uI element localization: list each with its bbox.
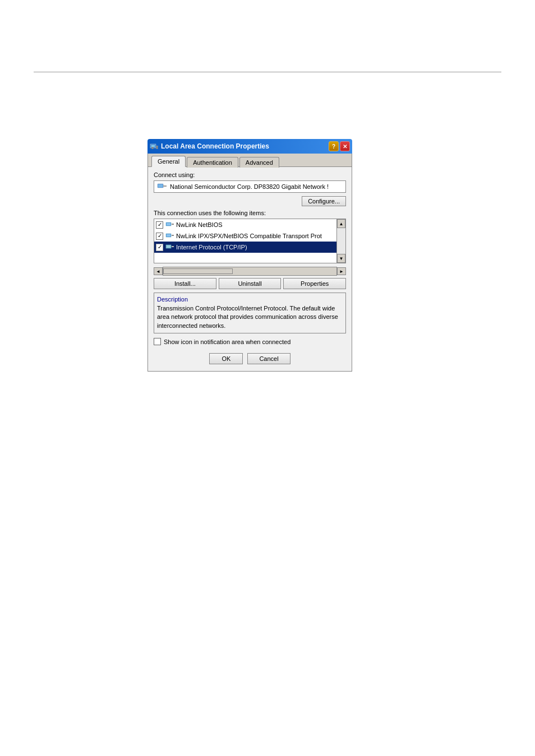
description-label: Description bbox=[157, 296, 343, 303]
adapter-name: National Semiconductor Corp. DP83820 Gig… bbox=[170, 183, 343, 190]
svg-rect-17 bbox=[172, 246, 174, 247]
cancel-button[interactable]: Cancel bbox=[247, 353, 290, 364]
svg-rect-14 bbox=[172, 235, 174, 236]
notification-checkbox[interactable] bbox=[154, 338, 161, 345]
svg-rect-6 bbox=[158, 184, 163, 187]
horizontal-scrollbar[interactable] bbox=[163, 267, 337, 276]
page-divider bbox=[34, 72, 501, 72]
title-bar: Local Area Connection Properties ? ✕ bbox=[147, 139, 352, 154]
notification-row[interactable]: Show icon in notification area when conn… bbox=[154, 338, 346, 345]
dialog-local-area-connection-properties: Local Area Connection Properties ? ✕ Gen… bbox=[147, 139, 352, 372]
list-item-selected[interactable]: Internet Protocol (TCP/IP) bbox=[154, 242, 345, 253]
scroll-down-button[interactable]: ▼ bbox=[337, 254, 345, 263]
horizontal-scrollbar-row: ◄ ► bbox=[154, 267, 346, 276]
svg-rect-2 bbox=[156, 146, 158, 147]
network-icon-2 bbox=[165, 232, 174, 240]
item-label-netbios: NwLink NetBIOS bbox=[176, 221, 223, 228]
connect-using-label: Connect using: bbox=[154, 171, 346, 178]
dialog-title: Local Area Connection Properties bbox=[161, 142, 329, 150]
tab-general[interactable]: General bbox=[151, 156, 186, 167]
vertical-scrollbar[interactable]: ▲ ▼ bbox=[336, 219, 345, 263]
items-label: This connection uses the following items… bbox=[154, 210, 346, 216]
title-bar-icon bbox=[150, 142, 159, 151]
scroll-thumb bbox=[163, 268, 233, 274]
title-bar-buttons: ? ✕ bbox=[329, 141, 350, 151]
help-button[interactable]: ? bbox=[329, 141, 339, 151]
properties-button[interactable]: Properties bbox=[283, 278, 346, 289]
scroll-right-button[interactable]: ► bbox=[337, 267, 346, 275]
svg-rect-1 bbox=[151, 145, 155, 147]
svg-point-3 bbox=[156, 147, 158, 149]
adapter-row: National Semiconductor Corp. DP83820 Gig… bbox=[154, 180, 346, 193]
svg-rect-13 bbox=[167, 234, 170, 236]
checkbox-nwlink-ipx[interactable] bbox=[156, 233, 163, 240]
dialog-body: General Authentication Advanced Connect … bbox=[147, 154, 352, 372]
list-item[interactable]: NwLink IPX/SPX/NetBIOS Compatible Transp… bbox=[154, 230, 345, 242]
description-box: Description Transmission Control Protoco… bbox=[154, 293, 346, 333]
tab-bar: General Authentication Advanced bbox=[148, 154, 352, 167]
configure-row: Configure... bbox=[154, 196, 346, 206]
scroll-track bbox=[337, 228, 345, 254]
action-buttons: Install... Uninstall Properties bbox=[154, 278, 346, 289]
svg-rect-10 bbox=[167, 223, 170, 225]
scroll-up-button[interactable]: ▲ bbox=[337, 219, 345, 228]
items-list: NwLink NetBIOS NwLink IPX/SPX/NetBIOS Co… bbox=[154, 219, 346, 263]
close-button[interactable]: ✕ bbox=[340, 141, 350, 151]
svg-point-4 bbox=[151, 147, 154, 149]
description-text: Transmission Control Protocol/Internet P… bbox=[157, 304, 343, 330]
network-icon bbox=[165, 221, 174, 229]
scroll-left-button[interactable]: ◄ bbox=[154, 267, 163, 275]
tab-advanced[interactable]: Advanced bbox=[239, 157, 279, 168]
svg-rect-11 bbox=[172, 224, 174, 225]
ok-button[interactable]: OK bbox=[209, 353, 243, 364]
list-item[interactable]: NwLink NetBIOS bbox=[154, 219, 345, 230]
adapter-icon bbox=[157, 183, 167, 191]
svg-rect-8 bbox=[163, 185, 164, 187]
checkbox-tcp-ip[interactable] bbox=[156, 244, 163, 251]
checkbox-nwlink-netbios[interactable] bbox=[156, 221, 163, 229]
tab-authentication[interactable]: Authentication bbox=[187, 157, 238, 168]
tab-content-general: Connect using: National Semiconductor Co… bbox=[148, 167, 352, 350]
install-button[interactable]: Install... bbox=[154, 278, 216, 289]
dialog-footer: OK Cancel bbox=[148, 350, 352, 367]
svg-rect-16 bbox=[167, 245, 170, 248]
network-icon-3 bbox=[165, 243, 174, 251]
item-label-ipx: NwLink IPX/SPX/NetBIOS Compatible Transp… bbox=[176, 233, 322, 239]
configure-button[interactable]: Configure... bbox=[302, 196, 346, 206]
uninstall-button[interactable]: Uninstall bbox=[219, 278, 282, 289]
notification-label: Show icon in notification area when conn… bbox=[164, 338, 290, 345]
item-label-tcpip: Internet Protocol (TCP/IP) bbox=[176, 244, 247, 251]
